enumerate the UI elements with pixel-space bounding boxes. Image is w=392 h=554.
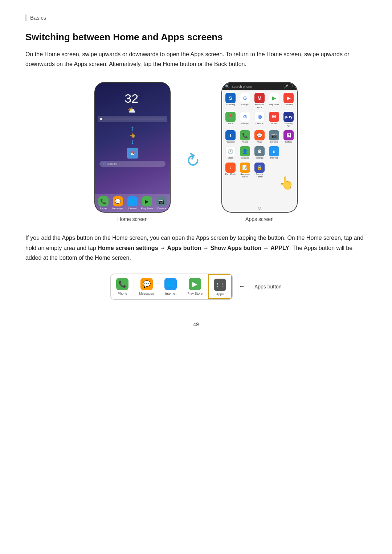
app-google-icon: G [240,93,250,103]
app-microsoft-icon: M [254,93,265,103]
dock-camera-label: Camera [157,207,166,210]
app-secure-folder: 🔒 Secure Folder [253,161,266,179]
home-weather: ⛅ [98,106,167,114]
calendar-widget: 📅 [127,148,138,159]
app-samsung-notes: 📝 Samsung Notes [238,161,252,179]
app-msgs-icon: 💬 [254,130,265,140]
apps-phone-frame: 🔍 Search phone 🎤 ⋮ S Samsung G Google [221,82,298,213]
bdock-apps-icon: ⋮⋮ [214,279,226,291]
app-playstore: ▶ Play Store [267,92,281,110]
app-google-label: Google [241,103,248,106]
bdock-phone-icon: 📞 [116,278,128,290]
app-gmail-icon: M [269,112,279,122]
dock-phone-label: Phone [100,207,107,210]
app-clock-label: Clock [228,157,233,159]
bdock-apps: ⋮⋮ Apps [208,274,232,299]
app-google2-label: Google [241,122,248,125]
app-chrome: ◎ Chrome [253,111,266,128]
dock-playstore: ▶ Play Store [141,196,153,210]
bdock-messages-icon: 💬 [140,278,153,290]
app-camera: 📷 Camera [267,129,281,144]
app-samsung-pay: pay Samsung Pay [282,111,295,128]
time-suffix: ° [138,94,140,99]
app-youtube: ▶ YouTube [282,92,295,110]
app-gmail-label: Gmail [271,122,277,125]
app-settings-icon: ⚙ [254,146,265,156]
dock-messages-icon: 💬 [113,196,123,206]
annotation-arrow: ← [238,283,245,290]
time-value: 32 [124,91,138,105]
bdock-messages-label: Messages [139,292,154,295]
apps-grid: S Samsung G Google M Microsoft Apps ▶ Pl… [222,90,297,181]
home-phone-frame: 32° ⛅ ↑ 👆 ↓ [94,82,171,213]
home-dock: 📞 Phone 💬 Messages 🌐 Internet ▶ Play Sto… [95,194,170,212]
arrow1: → [158,245,167,251]
app-maps-label: Maps [228,122,233,125]
app-phone: 📞 Phone [238,129,252,144]
app-chrome-label: Chrome [256,122,263,125]
app-chrome-icon: ◎ [254,112,265,122]
app-youtube-label: YouTube [284,103,293,106]
google-search-bar: G Search [99,161,166,167]
app-facebook-label: Facebook [226,141,235,143]
app-youtube-icon: ▶ [283,93,294,103]
app-camera-label: Camera [270,141,278,143]
app-settings-label: Settings [256,157,264,159]
app-gmail: M Gmail [267,111,281,128]
calendar-icon-container: 📅 [98,148,167,159]
app-phone-label: Phone [242,141,248,143]
app-playstore-label: Play Store [269,103,279,106]
app-empty1 [282,145,295,160]
apps-hand-icon: 👆 [279,176,294,190]
search-placeholder-text: Search phone [232,85,282,89]
home-screen-content: 32° ⛅ ↑ 👆 ↓ [95,83,170,212]
dock-phone-icon: 📞 [98,196,109,206]
breadcrumb: Basics [25,15,367,21]
app-gallery-icon: 🖼 [283,130,294,140]
arrow-down: ↓ [131,138,135,145]
page-number: 49 [25,321,367,327]
app-msgs-label: Msgs [257,141,262,143]
home-screen-settings-bold: Home screen settings [98,245,158,251]
swipe-arrows: ↑ 👆 ↓ [130,124,136,145]
dock-messages-label: Messages [112,207,124,210]
home-widgets: 📅 [127,148,138,159]
bdock-apps-label: Apps [216,292,224,296]
app-samsung-notes-icon: 📝 [240,163,250,173]
dock-phone: 📞 Phone [98,196,109,210]
dock-internet-icon: 🌐 [127,196,138,206]
bdock-internet-label: Internet [165,292,176,295]
mic-icon: 🎤 [284,85,288,89]
app-samsung-pay-label: Samsung Pay [282,122,295,127]
app-facebook-icon: f [225,130,236,140]
weather-icon: ⛅ [128,106,136,114]
dock-playstore-icon: ▶ [142,196,152,206]
app-secure-folder-label: Secure Folder [253,173,266,178]
cycle-arrow-container: ↻ [185,82,207,222]
dock-playstore-label: Play Store [141,207,153,210]
app-phone-icon: 📞 [240,130,250,140]
app-maps: 📍 Maps [224,111,237,128]
app-gallery-label: Gallery [285,141,292,143]
app-internet-label: Internet [270,157,278,159]
app-samsung-label: Samsung [226,103,235,106]
search-icon: 🔍 [225,85,229,89]
app-play-music: ♪ Play Music [224,161,237,179]
cycle-arrow-graphic: ↻ [185,152,207,174]
apps-button-annotation: ← Apps button [238,283,282,290]
dock-internet-label: Internet [128,207,137,210]
apps-button-label-text: Apps button [254,284,282,290]
app-internet: e Internet [267,145,281,160]
google-g: G [103,162,106,166]
app-play-music-icon: ♪ [225,163,236,173]
menu-icon: ⋮ [290,85,294,89]
app-contacts: 👤 Contacts [238,145,252,160]
app-google2: G Google [238,111,252,128]
apps-button-bold: Apps button [167,245,201,251]
bottom-dock-illustration: 📞 Phone 💬 Messages 🌐 Internet ▶ Play Sto… [25,274,367,300]
app-contacts-label: Contacts [241,157,249,159]
intro-paragraph: On the Home screen, swipe upwards or dow… [25,49,367,69]
finger-icon: 👆 [130,132,136,138]
app-microsoft-label: Microsoft Apps [253,103,266,108]
apps-screen-content: 🔍 Search phone 🎤 ⋮ S Samsung G Google [222,83,297,212]
